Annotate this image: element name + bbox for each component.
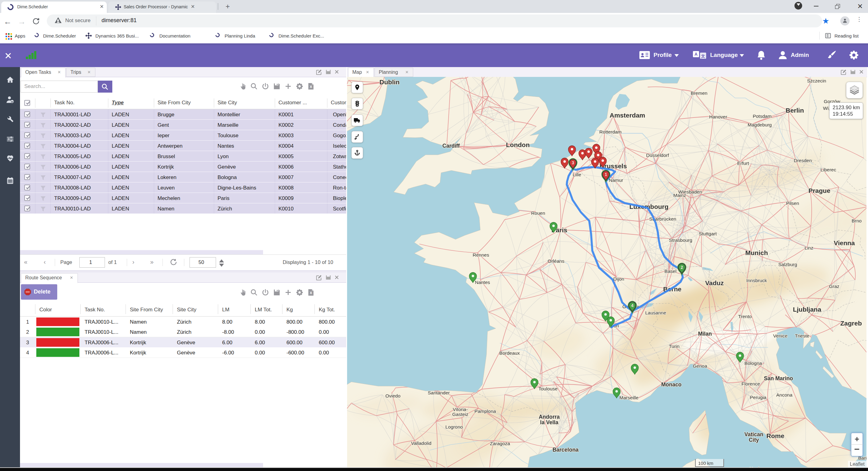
svg-text:Vienna: Vienna	[834, 239, 855, 246]
svg-text:Mainz: Mainz	[673, 193, 686, 198]
svg-text:Barcelona: Barcelona	[553, 447, 579, 453]
svg-text:Zagreb: Zagreb	[840, 320, 862, 327]
svg-text:Pilsen: Pilsen	[786, 200, 799, 206]
svg-text:Valladolid: Valladolid	[411, 441, 431, 446]
svg-text:Brno: Brno	[852, 218, 862, 223]
svg-text:Namur: Namur	[609, 178, 623, 183]
svg-text:Magdeburg: Magdeburg	[748, 122, 772, 127]
svg-text:Düsseldorf: Düsseldorf	[646, 153, 669, 158]
svg-text:Linz: Linz	[805, 245, 813, 250]
svg-text:Lausanne: Lausanne	[645, 310, 666, 315]
svg-text:Nantes: Nantes	[475, 280, 490, 285]
svg-text:文: 文	[701, 54, 705, 58]
svg-text:Dresden: Dresden	[794, 158, 812, 163]
svg-text:Venice: Venice	[773, 333, 788, 338]
svg-text:A: A	[694, 52, 698, 57]
svg-text:Oviedo: Oviedo	[385, 393, 400, 399]
svg-text:Ancona: Ancona	[776, 392, 793, 398]
svg-text:Toulouse: Toulouse	[538, 386, 558, 391]
svg-text:Rouen: Rouen	[531, 211, 545, 216]
svg-text:Monaco: Monaco	[661, 381, 682, 388]
svg-text:Strasbourg: Strasbourg	[669, 238, 692, 243]
svg-text:Stuttgart: Stuttgart	[699, 231, 717, 236]
svg-text:London: London	[506, 141, 530, 148]
svg-text:Genoa: Genoa	[693, 363, 707, 369]
svg-text:1: 1	[604, 172, 607, 177]
svg-text:Basel: Basel	[664, 269, 677, 274]
svg-text:Liberec: Liberec	[820, 167, 836, 172]
svg-text:Hanover: Hanover	[709, 114, 727, 119]
svg-text:Ljubljana: Ljubljana	[793, 306, 821, 313]
svg-text:2: 2	[681, 265, 683, 270]
svg-text:Turin: Turin	[669, 344, 680, 349]
svg-text:Bologna: Bologna	[745, 360, 762, 366]
svg-text:Pamplona: Pamplona	[474, 409, 496, 414]
svg-text:Marseille: Marseille	[619, 395, 639, 400]
svg-text:Dublin: Dublin	[379, 78, 399, 86]
svg-text:Erfurt: Erfurt	[737, 161, 749, 166]
svg-text:Graz: Graz	[829, 284, 839, 289]
svg-text:Wi,: Wi,	[823, 105, 830, 111]
svg-text:Prague: Prague	[808, 187, 830, 194]
svg-text:Amsterdam: Amsterdam	[610, 112, 645, 119]
svg-text:Rome: Rome	[767, 432, 784, 439]
svg-text:Lille: Lille	[572, 172, 581, 177]
svg-text:Trento: Trento	[738, 314, 752, 319]
svg-text:Dijon: Dijon	[613, 276, 624, 282]
svg-text:Andorrala Vella: Andorrala Vella	[539, 414, 560, 426]
svg-text:Munich: Munich	[745, 249, 768, 256]
svg-text:Bordeaux: Bordeaux	[499, 350, 520, 356]
svg-text:Santander: Santander	[428, 390, 450, 395]
svg-text:Milan: Milan	[698, 331, 712, 337]
svg-text:Logrono: Logrono	[445, 424, 463, 430]
svg-text:X: X	[310, 85, 312, 89]
svg-text:Trieste: Trieste	[795, 333, 810, 338]
svg-text:Zaragoza: Zaragoza	[490, 441, 510, 446]
svg-text:Vaduz: Vaduz	[705, 279, 724, 286]
svg-text:Rennes: Rennes	[473, 252, 489, 257]
svg-text:Szczecin: Szczecin	[807, 78, 826, 83]
svg-text:Orléans: Orléans	[548, 258, 565, 264]
svg-text:Salzburg: Salzburg	[778, 262, 797, 267]
svg-text:Berlin: Berlin	[785, 107, 804, 114]
svg-text:Innsbruck: Innsbruck	[746, 278, 767, 283]
svg-text:San Marino: San Marino	[764, 375, 793, 381]
svg-text:Vitoria-Gasteiz: Vitoria-Gasteiz	[452, 407, 469, 417]
svg-text:Bremen: Bremen	[691, 90, 707, 96]
svg-text:4: 4	[631, 303, 633, 308]
svg-text:Potsdam: Potsdam	[753, 114, 771, 119]
svg-text:Florence: Florence	[742, 381, 760, 386]
svg-text:3: 3	[572, 161, 574, 165]
svg-text:X: X	[310, 291, 312, 295]
svg-text:Perugia: Perugia	[750, 395, 767, 400]
svg-text:Cardiff: Cardiff	[442, 143, 460, 149]
svg-text:Rotterdam: Rotterdam	[599, 129, 622, 134]
